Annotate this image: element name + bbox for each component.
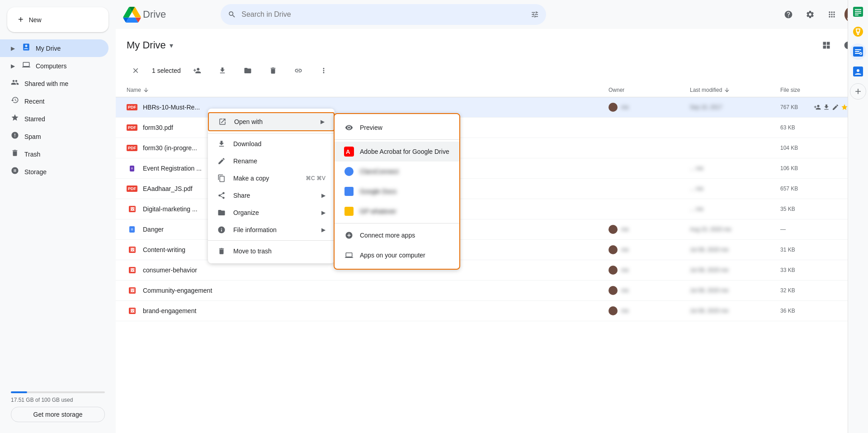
copy-shortcut: ⌘C ⌘V [306, 175, 326, 181]
add-panel-icon[interactable] [850, 83, 866, 100]
sidebar-item-trash[interactable]: Trash [0, 145, 108, 163]
share-arrow: ▶ [321, 192, 326, 199]
file-size: 32 KB [780, 287, 835, 294]
svg-rect-10 [855, 14, 859, 15]
file-size: 36 KB [780, 308, 835, 314]
file-modified: ... me [690, 206, 780, 212]
svg-rect-7 [855, 9, 861, 10]
sidebar-item-storage[interactable]: Storage [0, 163, 108, 181]
other-icon [344, 206, 354, 217]
star-file-button[interactable] [841, 101, 848, 114]
file-size: 35 KB [780, 206, 835, 212]
table-row[interactable]: 🖼 brand-engagement me Jul 08, 2020 me 36… [116, 301, 868, 321]
get-more-storage-button[interactable]: Get more storage [11, 407, 105, 422]
plus-circle-icon [344, 230, 354, 241]
context-menu-download[interactable]: Download [208, 135, 335, 152]
trash-label: Move to trash [233, 247, 326, 255]
gdocs-label: Google Docs [360, 188, 396, 195]
submenu-claro[interactable]: ClaroConnect [335, 162, 459, 181]
context-menu-open-with[interactable]: Open with ▶ Preview A Adobe Acrobat for … [208, 112, 335, 131]
name-column-header[interactable]: Name [127, 87, 609, 93]
keep-panel-icon[interactable] [850, 24, 866, 40]
storage-bar [11, 391, 105, 393]
gdocs-icon [344, 186, 354, 197]
download-selected-button[interactable] [213, 62, 231, 80]
file-size: 104 KB [780, 145, 835, 151]
adobe-label: Adobe Acrobat for Google Drive [360, 148, 449, 155]
breadcrumb-chevron[interactable]: ▾ [170, 41, 173, 50]
submenu-other[interactable]: GP whatever [335, 201, 459, 221]
sidebar-item-label: My Drive [36, 45, 61, 52]
context-menu-divider-2 [208, 240, 335, 241]
sidebar-item-shared[interactable]: Shared with me [0, 75, 108, 92]
file-info-label: File information [233, 226, 314, 233]
svg-point-3 [344, 167, 354, 176]
download-file-button[interactable] [823, 101, 830, 114]
file-owner: me [609, 306, 690, 315]
sidebar-item-recent[interactable]: Recent [0, 92, 108, 110]
file-size: 106 KB [780, 165, 835, 171]
share-selected-button[interactable] [188, 62, 206, 80]
sidebar-item-my-drive[interactable]: ▶ My Drive [0, 39, 108, 57]
contacts-panel-icon[interactable] [850, 63, 866, 80]
file-name: brand-engagement [143, 307, 609, 314]
file-modified: Sep 10, 2017 [690, 104, 780, 110]
grid-view-button[interactable] [817, 36, 835, 54]
sheets-panel-icon[interactable] [850, 4, 866, 20]
file-icon: PDF [127, 102, 137, 113]
context-menu-organize[interactable]: Organize ▶ [208, 204, 335, 221]
sidebar-item-label: Recent [24, 98, 44, 105]
file-icon: 🖼 [127, 265, 137, 276]
submenu-gdocs[interactable]: Google Docs [335, 181, 459, 201]
more-selected-button[interactable] [315, 62, 333, 80]
sidebar-item-starred[interactable]: Starred [0, 110, 108, 128]
claro-icon [344, 166, 354, 177]
connect-more-label: Connect more apps [360, 232, 415, 239]
sidebar-item-computers[interactable]: ▶ Computers [0, 57, 108, 75]
help-button[interactable] [779, 5, 797, 24]
search-bar [221, 4, 546, 25]
context-menu-share[interactable]: Share ▶ [208, 187, 335, 204]
search-input[interactable] [241, 10, 525, 19]
submenu-adobe[interactable]: A Adobe Acrobat for Google Drive [335, 142, 459, 162]
link-button[interactable] [289, 62, 307, 80]
chevron-icon: ▶ [11, 63, 15, 69]
svg-rect-9 [855, 13, 861, 14]
trash-ctx-icon [217, 247, 226, 255]
sidebar-item-spam[interactable]: Spam [0, 128, 108, 145]
selection-bar: 1 selected [116, 58, 868, 83]
tasks-panel-icon[interactable] [850, 43, 866, 60]
file-icon: 🖼 [127, 305, 137, 316]
file-info-icon [217, 226, 226, 234]
file-modified: ... me [690, 165, 780, 171]
file-owner: me [609, 225, 690, 234]
apps-button[interactable] [823, 5, 841, 24]
new-button[interactable]: + New [7, 7, 108, 32]
submenu-connect-more[interactable]: Connect more apps [335, 225, 459, 245]
move-selected-button[interactable] [239, 62, 257, 80]
apps-computer-label: Apps on your computer [360, 252, 425, 259]
context-menu-rename[interactable]: Rename [208, 152, 335, 170]
trash-selected-button[interactable] [264, 62, 282, 80]
modified-column-header[interactable]: Last modified [690, 87, 780, 93]
table-row[interactable]: 🖼 Community-engagement me Jul 08, 2020 m… [116, 281, 868, 301]
my-drive-icon [22, 43, 30, 53]
context-menu-file-info[interactable]: File information ▶ [208, 221, 335, 238]
context-menu-trash[interactable]: Move to trash [208, 243, 335, 260]
share-file-button[interactable] [814, 101, 821, 114]
app-name: Drive [143, 9, 166, 20]
sidebar-item-label: Computers [36, 62, 66, 70]
edit-file-button[interactable] [832, 101, 839, 114]
file-icon: PDF [127, 183, 137, 194]
settings-button[interactable] [801, 5, 819, 24]
submenu-preview[interactable]: Preview [335, 118, 459, 138]
share-label: Share [233, 192, 314, 199]
file-name: Community-engagement [143, 287, 609, 294]
deselect-button[interactable] [127, 62, 145, 80]
file-owner: me [609, 245, 690, 254]
context-menu-copy[interactable]: Make a copy ⌘C ⌘V [208, 170, 335, 187]
filter-icon[interactable] [531, 10, 539, 19]
submenu-divider [335, 139, 459, 140]
submenu-apps-computer[interactable]: Apps on your computer [335, 245, 459, 265]
file-size: 63 KB [780, 124, 835, 131]
